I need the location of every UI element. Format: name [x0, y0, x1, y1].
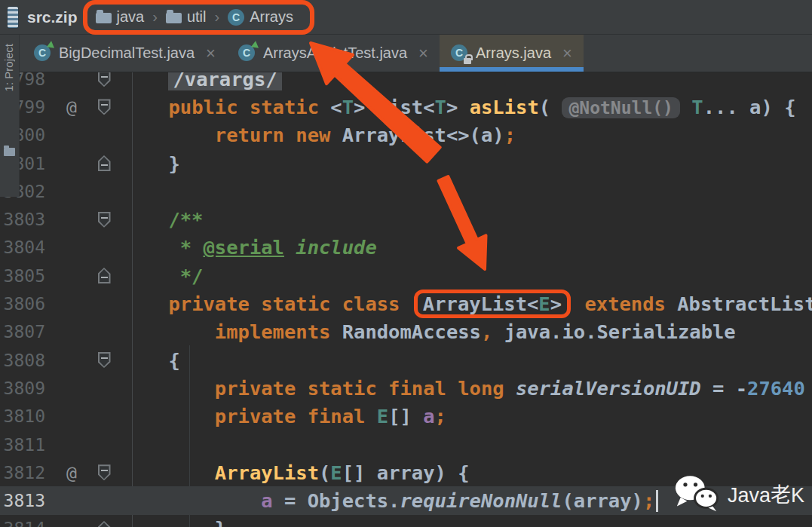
code-text[interactable]: } — [121, 517, 812, 527]
code-token — [573, 293, 584, 315]
code-token — [122, 405, 215, 427]
code-token: E — [330, 461, 342, 484]
code-token: */ — [122, 265, 203, 287]
class-test-icon: C — [238, 44, 256, 63]
close-tab-icon[interactable]: × — [562, 45, 572, 62]
code-text[interactable]: private static class ArrayList<E> extend… — [121, 290, 812, 317]
fold-up-icon[interactable] — [98, 155, 111, 171]
tab-Arrays.java[interactable]: CArrays.java× — [440, 35, 584, 72]
line-number: 3809 — [0, 378, 56, 398]
code-token: ArrayList<>(a) — [330, 124, 504, 146]
code-token: ; — [504, 124, 516, 146]
wechat-icon — [673, 473, 720, 513]
code-token: [] — [388, 405, 423, 427]
ide-window: 3798 /varargs/3799@ public static <T> Li… — [0, 0, 812, 527]
code-token: a — [261, 489, 272, 512]
fold-down-icon[interactable] — [98, 464, 111, 480]
archive-root-label[interactable]: src.zip — [27, 8, 78, 26]
breadcrumb: java›util›CArrays — [96, 8, 293, 26]
fold-gutter — [87, 155, 121, 171]
code-text[interactable]: private final E[] a; — [121, 405, 812, 427]
fold-gutter — [87, 99, 121, 115]
tab-BigDecimalTest.java[interactable]: CBigDecimalTest.java× — [23, 35, 227, 72]
code-token — [122, 124, 215, 146]
breadcrumb-item-java[interactable]: java — [96, 8, 145, 26]
code-text[interactable]: /** — [121, 208, 812, 231]
fold-up-icon[interactable] — [98, 521, 111, 527]
code-token: return new — [215, 124, 331, 146]
code-token — [680, 96, 691, 118]
line-number: 3808 — [0, 351, 56, 370]
breadcrumb-separator: › — [211, 8, 222, 26]
zip-archive-icon — [7, 6, 19, 29]
code-token: public static — [168, 96, 330, 118]
code-token: ; — [435, 405, 446, 427]
code-text[interactable]: implements RandomAccess, java.io.Seriali… — [121, 320, 812, 343]
breadcrumb-item-Arrays[interactable]: CArrays — [228, 8, 293, 26]
tab-label: BigDecimalTest.java — [59, 44, 195, 62]
code-text[interactable]: * @serial include — [121, 236, 812, 259]
fold-gutter — [87, 352, 121, 368]
code-line-3811: 3811 — [0, 430, 812, 458]
code-text[interactable]: public static <T> List<T> asList( @NotNu… — [121, 96, 812, 118]
fold-up-icon[interactable] — [98, 268, 111, 283]
fold-down-icon[interactable] — [98, 352, 111, 368]
code-line-3799: 3799@ public static <T> List<T> asList( … — [0, 93, 812, 121]
code-line-3808: 3808 { — [0, 346, 812, 374]
code-token: [] array) { — [342, 461, 470, 484]
code-line-3810: 3810 private final E[] a; — [0, 403, 812, 430]
breadcrumb-item-util[interactable]: util — [166, 8, 207, 26]
code-line-3801: 3801 } — [0, 149, 812, 177]
fold-down-icon[interactable] — [98, 212, 111, 228]
watermark-label: Java老K — [728, 479, 804, 508]
code-token: } — [122, 152, 180, 175]
code-token: include — [284, 236, 377, 259]
code-token — [504, 377, 516, 400]
code-line-3804: 3804 * @serial include — [0, 234, 812, 262]
code-token: { — [122, 349, 180, 372]
code-text[interactable]: return new ArrayList<>(a); — [121, 124, 812, 146]
text-cursor — [656, 490, 658, 512]
code-token — [365, 405, 376, 427]
annotation-gutter-icon: @ — [56, 463, 87, 483]
code-text[interactable]: } — [121, 152, 812, 175]
watermark: Java老K — [673, 473, 804, 513]
code-text[interactable]: private static final long serialVersionU… — [121, 377, 812, 400]
tab-ArraysAsListTest.java[interactable]: CArraysAsListTest.java× — [227, 35, 440, 72]
code-token: asList — [470, 96, 539, 118]
code-token — [122, 489, 261, 512]
code-highlight-box: ArrayList<E> — [414, 290, 571, 317]
code-token: ( — [539, 96, 562, 118]
project-folder-icon — [4, 148, 15, 156]
code-token: 27640 — [747, 377, 805, 400]
breadcrumb-item-label: util — [187, 8, 207, 26]
line-number: 3812 — [0, 463, 56, 483]
code-token: T — [435, 96, 446, 118]
code-token: @serial — [203, 236, 283, 259]
code-text[interactable]: */ — [121, 265, 812, 287]
code-token: < — [330, 96, 342, 118]
code-line-3802: 3802 — [0, 177, 812, 205]
fold-gutter — [87, 268, 121, 283]
close-tab-icon[interactable]: × — [206, 45, 216, 62]
code-token: @NotNull() — [562, 97, 679, 118]
tool-window-stripe: 1: Project — [0, 35, 20, 197]
fold-down-icon[interactable] — [98, 71, 111, 87]
line-number: 3810 — [0, 406, 56, 426]
line-number: 3813 — [0, 491, 56, 510]
class-icon: C — [228, 9, 244, 26]
line-number: 3811 — [0, 435, 56, 455]
project-tool-button[interactable]: 1: Project — [2, 44, 15, 91]
code-token: ( — [319, 461, 330, 484]
code-text[interactable]: { — [121, 349, 812, 372]
breadcrumb-item-label: Arrays — [250, 8, 293, 26]
code-token: > — [446, 96, 470, 118]
code-token: private static final long — [215, 377, 504, 400]
code-token — [122, 320, 215, 343]
code-line-3803: 3803 /** — [0, 205, 812, 233]
code-token: } — [122, 517, 226, 527]
close-tab-icon[interactable]: × — [418, 45, 428, 62]
line-number: 3814 — [0, 519, 56, 527]
code-editor[interactable]: 3798 /varargs/3799@ public static <T> Li… — [0, 0, 812, 527]
fold-down-icon[interactable] — [98, 99, 111, 115]
